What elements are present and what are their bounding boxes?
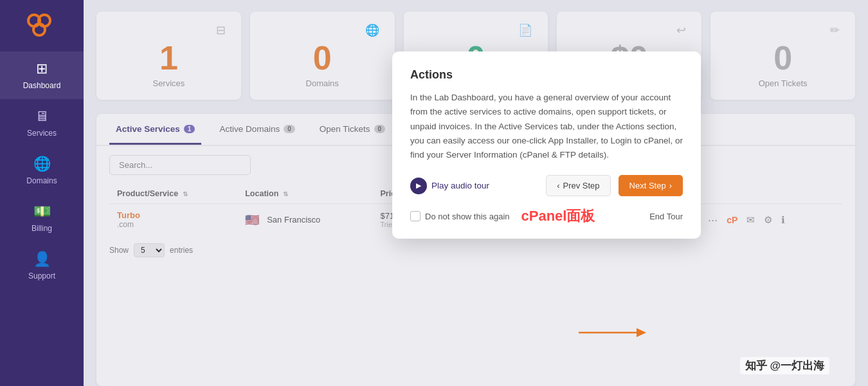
play-label: Play audio tour — [431, 181, 489, 190]
watermark: 知乎 @一灯出海 — [740, 357, 829, 374]
sidebar-item-domains[interactable]: 🌐 Domains — [0, 147, 84, 194]
svg-point-2 — [33, 24, 45, 35]
support-icon: 👤 — [33, 251, 51, 268]
modal-footer: ▶ Play audio tour ‹ Prev Step Next Step … — [410, 175, 683, 196]
next-label: Next Step — [629, 181, 666, 190]
sidebar-item-label: Services — [27, 129, 57, 138]
play-audio-button[interactable]: ▶ Play audio tour — [410, 178, 538, 194]
cpanel-annotation-label: cPanel面板 — [521, 207, 595, 226]
logo — [25, 12, 59, 40]
arrow-annotation — [572, 323, 649, 342]
modal-bottom: Do not show this again cPanel面板 End Tour — [410, 207, 683, 226]
main-content: ⊟ 1 Services 🌐 0 Domains 📄 0 Unpaid Invo… — [84, 0, 868, 386]
sidebar-item-services[interactable]: 🖥 Services — [0, 99, 84, 147]
actions-modal: Actions In the Lab Dashboard, you have a… — [392, 51, 701, 239]
do-not-show-checkbox[interactable] — [410, 211, 420, 221]
sidebar-item-label: Domains — [26, 176, 57, 185]
modal-body: In the Lab Dashboard, you have a general… — [410, 91, 683, 162]
play-icon: ▶ — [410, 178, 427, 194]
prev-step-button[interactable]: ‹ Prev Step — [546, 175, 610, 196]
next-chevron-icon: › — [669, 181, 672, 190]
checkbox-text: Do not show this again — [425, 212, 510, 221]
sidebar-item-dashboard[interactable]: ⊞ Dashboard — [0, 51, 84, 99]
end-tour-button[interactable]: End Tour — [649, 212, 683, 221]
sidebar-item-label: Billing — [32, 224, 52, 233]
prev-chevron-icon: ‹ — [557, 181, 559, 190]
svg-marker-4 — [637, 328, 646, 337]
sidebar-item-billing[interactable]: 💵 Billing — [0, 194, 84, 242]
services-icon: 🖥 — [35, 108, 49, 125]
do-not-show-checkbox-label[interactable]: Do not show this again — [410, 211, 510, 221]
next-step-button[interactable]: Next Step › — [619, 175, 683, 196]
sidebar: ⊞ Dashboard 🖥 Services 🌐 Domains 💵 Billi… — [0, 0, 84, 386]
billing-icon: 💵 — [33, 203, 51, 220]
sidebar-item-label: Support — [28, 271, 55, 280]
dashboard-icon: ⊞ — [36, 60, 48, 77]
sidebar-item-support[interactable]: 👤 Support — [0, 242, 84, 290]
domains-icon: 🌐 — [33, 156, 51, 172]
sidebar-item-label: Dashboard — [23, 81, 61, 90]
modal-title: Actions — [410, 68, 683, 82]
prev-label: Prev Step — [563, 181, 599, 190]
